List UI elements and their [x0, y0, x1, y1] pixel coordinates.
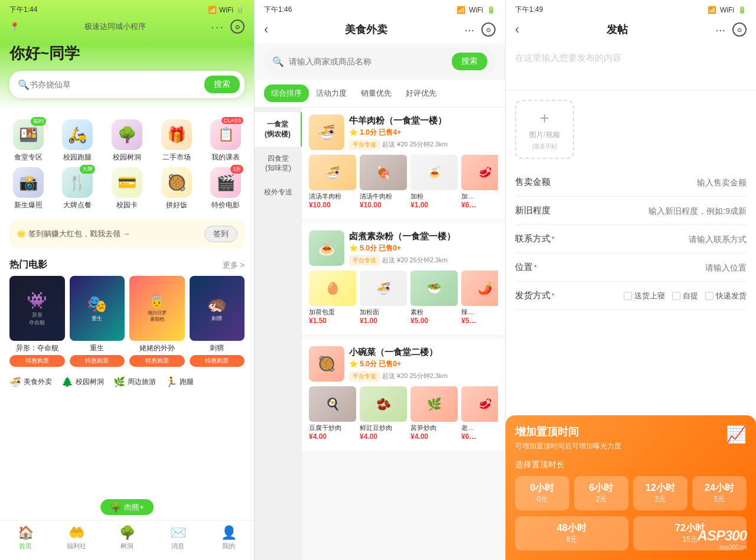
nav-home-label: 首页	[19, 542, 32, 551]
p2-search-input[interactable]	[289, 57, 447, 66]
p3-content-input[interactable]: 在这里输入您要发布的内容	[506, 43, 756, 90]
sidebar-canteen1[interactable]: 一食堂(悯农楼)	[255, 112, 302, 146]
shipping-option-express[interactable]: 快递发货	[705, 291, 747, 301]
shipping-option-room[interactable]: 送货上寝	[624, 291, 665, 301]
food-item-noodle[interactable]: 🍜 加粉面 ¥1.00	[360, 271, 407, 325]
ticket-btn-1[interactable]: 特惠购票	[9, 355, 65, 367]
filter-tab-rating[interactable]: 好评优先	[399, 84, 444, 102]
p1-camera-button[interactable]: ⊙	[230, 19, 245, 34]
sidebar-canteen4[interactable]: 四食堂(知味堂)	[255, 146, 302, 181]
schedule-icon-item[interactable]: 📋 CLASS 我的课表	[202, 119, 249, 162]
p2-back-button[interactable]: ‹	[264, 22, 268, 37]
condition-input[interactable]	[562, 206, 747, 216]
p2-camera-button[interactable]: ⊙	[481, 22, 496, 37]
filter-tab-comprehensive[interactable]: 综合排序	[264, 84, 309, 102]
movie-item-4[interactable]: 🦔 刺猬 刺猬 特惠购票	[190, 276, 245, 367]
p3-camera-button[interactable]: ⊙	[732, 22, 747, 37]
p2-header: ‹ 美食外卖 ··· ⊙	[255, 17, 505, 43]
food-item-su[interactable]: 🥗 素粉 ¥5.00	[410, 271, 458, 325]
nav-profile[interactable]: 👤 我的	[203, 525, 254, 551]
p2-search-bar[interactable]: 🔍 搜索	[264, 48, 496, 75]
canteen-icon-item[interactable]: 🍱 福利 食堂专区	[5, 119, 52, 162]
checkin-button[interactable]: 签到	[204, 226, 237, 242]
pin-option-6h[interactable]: 6小时 2元	[574, 476, 628, 510]
room-checkbox[interactable]	[624, 292, 632, 300]
pin-option-0h[interactable]: 0小时 0元	[515, 476, 569, 510]
errand-label: 跑腿	[180, 377, 194, 387]
p2-search-button[interactable]: 搜索	[452, 53, 487, 70]
food-item-more1[interactable]: 🥩 加… ¥6…	[461, 155, 498, 209]
pin-option-12h[interactable]: 12小时 3元	[633, 476, 687, 510]
p3-back-button[interactable]: ‹	[515, 22, 519, 37]
ticket-btn-3[interactable]: 特惠购票	[129, 355, 185, 367]
checkin-banner[interactable]: 🌟 签到躺赚大红包，戳我去领 → 签到	[9, 220, 245, 248]
shortcut-travel[interactable]: 🌿 周边旅游	[113, 376, 156, 388]
shipping-option-pickup[interactable]: 自提	[672, 291, 698, 301]
forest-icon-item[interactable]: 🌳 校园树洞	[103, 119, 151, 162]
food-item-extra-noodle[interactable]: 🍝 加粉 ¥1.00	[410, 155, 458, 209]
tree-pill[interactable]: 🌳 肉熊+	[100, 499, 154, 515]
photo-icon-item[interactable]: 📸 新生爆照	[5, 167, 52, 210]
food-img-beans: 🫘	[360, 386, 407, 422]
hot-movies-more[interactable]: 更多 >	[223, 260, 245, 271]
ticket-btn-4[interactable]: 特惠购票	[190, 355, 245, 367]
form-row-price: 售卖金额	[515, 168, 747, 197]
errand-emoji: 🏃	[165, 376, 177, 388]
contact-input[interactable]	[562, 235, 747, 244]
filter-tab-activity[interactable]: 活动力度	[309, 84, 354, 102]
delivery-icon-item[interactable]: 🛵 校园跑腿	[54, 119, 102, 162]
nav-treehouse[interactable]: 🌳 树洞	[102, 525, 152, 551]
groupfood-icon-item[interactable]: 🥘 拼好饭	[153, 167, 200, 210]
pin-0h-price: 0元	[519, 494, 566, 504]
movie-item-2[interactable]: 🎭 重生 重生 特惠购票	[70, 276, 125, 367]
delivery-icon: 🛵	[62, 119, 93, 150]
p3-signal-icon: 📶	[708, 6, 716, 14]
nav-treehouse-label: 树洞	[120, 542, 133, 551]
market-icon-item[interactable]: 🎁 二手市场	[153, 119, 200, 162]
location-input[interactable]	[562, 263, 747, 272]
pin-logo-sub: asp300.cn	[698, 544, 747, 551]
pickup-checkbox[interactable]	[672, 292, 680, 300]
p2-battery-icon: 🔋	[487, 6, 496, 14]
food-item-beef[interactable]: 🍖 清汤牛肉粉 ¥10.00	[360, 155, 407, 209]
movie-icon-item[interactable]: 🎬 1折 特价电影	[202, 167, 249, 210]
card-icon-item[interactable]: 💳 校园卡	[103, 167, 151, 210]
movie-item-3[interactable]: 👵 做白日梦暑期档 姥姥的外孙 特惠购票	[129, 276, 185, 367]
filter-tab-sales[interactable]: 销量优先	[354, 84, 399, 102]
pin-option-48h[interactable]: 48小时 8元	[515, 516, 628, 551]
score-1: ⭐ 1.0分 已售4+	[349, 128, 401, 136]
nav-home[interactable]: 🏠 首页	[0, 525, 51, 551]
pin-option-24h[interactable]: 24小时 5元	[692, 476, 747, 510]
p3-media-upload[interactable]: + 图片/视频 (最多9张)	[515, 100, 574, 159]
food-row-3: 🍳 豆腐干炒肉 ¥4.00 🫘 鲜豇豆炒肉 ¥4.00 🌿 莴笋炒肉 ¥4.00	[309, 386, 498, 443]
food-item-old[interactable]: 🥩 老… ¥6…	[461, 386, 498, 441]
p2-title: 美食外卖	[345, 22, 387, 37]
search-button[interactable]: 搜索	[204, 76, 240, 93]
nav-welfare[interactable]: 🤲 福利社	[51, 525, 102, 551]
food-item-bamboo[interactable]: 🌿 莴笋炒肉 ¥4.00	[410, 386, 458, 441]
movie-item-1[interactable]: 👾 异形夺命舰 异形：夺命舰 特惠购票	[9, 276, 65, 367]
ticket-btn-2[interactable]: 特惠购票	[70, 355, 125, 367]
shortcut-food[interactable]: 🍜 美食外卖	[9, 376, 52, 388]
dining-icon-item[interactable]: 🍴 大牌 大牌点餐	[54, 167, 102, 210]
p1-dots-button[interactable]: ···	[211, 20, 224, 34]
p1-search-bar[interactable]: 🔍 搜索	[9, 71, 245, 98]
nav-message[interactable]: ✉️ 消息	[152, 525, 203, 551]
p3-dots-button[interactable]: ···	[715, 23, 725, 37]
food-item-beans[interactable]: 🫘 鲜豇豆炒肉 ¥4.00	[360, 386, 407, 441]
food-item-egg[interactable]: 🥚 加荷包蛋 ¥1.50	[309, 271, 356, 325]
p1-status-icons: 📶 WiFi 🔋	[208, 6, 245, 14]
food-item-tofu[interactable]: 🍳 豆腐干炒肉 ¥4.00	[309, 386, 356, 441]
p2-dots-button[interactable]: ···	[464, 23, 474, 37]
food-item-spicy[interactable]: 🌶️ 辣… ¥5…	[461, 271, 498, 325]
shortcut-treehouse[interactable]: 🌲 校园树洞	[61, 376, 104, 388]
sidebar-external[interactable]: 校外专送	[255, 180, 302, 204]
express-checkbox[interactable]	[705, 292, 713, 300]
p3-header: ‹ 发帖 ··· ⊙	[506, 17, 756, 43]
price-input[interactable]	[562, 178, 747, 187]
shortcut-errand[interactable]: 🏃 跑腿	[165, 376, 194, 388]
p1-nav-title: 极速达同城小程序	[84, 21, 146, 32]
food-price-egg: ¥1.50	[309, 317, 356, 325]
search-input[interactable]	[30, 80, 204, 89]
food-item-qingtang[interactable]: 🍜 清汤羊肉粉 ¥10.00	[309, 155, 356, 209]
